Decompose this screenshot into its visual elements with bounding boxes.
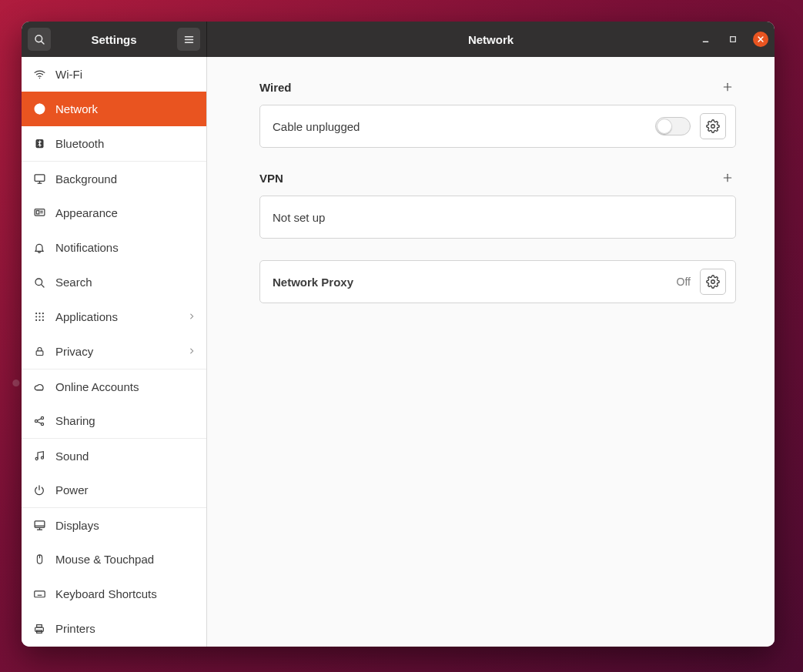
display-icon: [32, 519, 46, 532]
gear-icon: [706, 275, 720, 289]
section-header: VPN: [259, 169, 736, 186]
sidebar: Wi-Fi Network Bluetooth Background Appea: [22, 57, 207, 647]
proxy-row: Network Proxy Off: [260, 261, 735, 303]
sidebar-item-network[interactable]: Network: [22, 92, 206, 126]
cloud-icon: [32, 380, 46, 393]
sidebar-item-background[interactable]: Background: [22, 161, 206, 196]
menu-icon: [183, 34, 195, 45]
add-vpn-button[interactable]: [719, 169, 736, 186]
svg-line-37: [37, 421, 41, 423]
content: Wired Cable unplugged: [207, 57, 775, 647]
sidebar-item-label: Applications: [55, 310, 179, 323]
gear-icon: [706, 119, 720, 133]
sidebar-item-label: Privacy: [55, 345, 179, 358]
svg-point-31: [42, 319, 43, 321]
svg-rect-40: [35, 520, 45, 527]
sidebar-item-label: Sharing: [55, 414, 196, 427]
sidebar-item-printers[interactable]: Printers: [22, 611, 206, 646]
sidebar-item-appearance[interactable]: Appearance: [22, 196, 206, 230]
svg-point-34: [41, 416, 43, 419]
add-wired-button[interactable]: [719, 79, 736, 95]
sidebar-item-label: Keyboard Shortcuts: [55, 587, 196, 600]
minimize-icon: [701, 35, 710, 44]
svg-rect-54: [37, 624, 42, 627]
maximize-button[interactable]: [725, 32, 741, 47]
svg-point-9: [38, 78, 39, 79]
sidebar-item-label: Online Accounts: [55, 380, 196, 393]
titlebar-left: Settings: [22, 22, 207, 57]
close-button[interactable]: [753, 32, 768, 47]
sidebar-item-bluetooth[interactable]: Bluetooth: [22, 126, 206, 161]
svg-point-29: [35, 319, 37, 321]
vpn-status: Not set up: [273, 211, 726, 224]
svg-point-23: [35, 313, 37, 314]
svg-point-24: [38, 313, 40, 314]
svg-point-38: [35, 457, 38, 460]
sidebar-item-power[interactable]: Power: [22, 473, 206, 507]
chevron-right-icon: [188, 310, 196, 323]
vpn-row: Not set up: [260, 196, 735, 238]
sidebar-item-sharing[interactable]: Sharing: [22, 403, 206, 438]
proxy-status: Off: [677, 276, 691, 288]
svg-point-27: [38, 316, 40, 317]
sidebar-item-label: Power: [55, 483, 196, 496]
minimize-button[interactable]: [698, 32, 713, 47]
lock-icon: [32, 346, 46, 357]
sidebar-item-applications[interactable]: Applications: [22, 299, 206, 334]
sidebar-item-search[interactable]: Search: [22, 265, 206, 299]
close-icon: [757, 35, 765, 43]
sidebar-item-notifications[interactable]: Notifications: [22, 230, 206, 265]
sidebar-item-label: Displays: [55, 519, 196, 532]
grid-icon: [32, 311, 46, 323]
svg-point-39: [41, 456, 43, 459]
sidebar-title: Settings: [51, 33, 177, 46]
sidebar-item-privacy[interactable]: Privacy: [22, 334, 206, 369]
search-icon: [32, 276, 46, 289]
keyboard-icon: [32, 587, 46, 600]
window-controls: [698, 32, 768, 47]
wired-card: Cable unplugged: [259, 105, 736, 148]
maximize-icon: [729, 35, 737, 43]
svg-point-33: [35, 420, 37, 422]
svg-line-22: [42, 284, 44, 286]
printer-icon: [32, 623, 46, 635]
proxy-label: Network Proxy: [273, 276, 667, 289]
toggle-knob: [657, 119, 672, 134]
section-title: Wired: [259, 81, 292, 94]
sidebar-item-label: Notifications: [55, 241, 196, 254]
sidebar-item-keyboard[interactable]: Keyboard Shortcuts: [22, 577, 206, 611]
sidebar-item-label: Network: [55, 102, 196, 115]
wired-status: Cable unplugged: [273, 120, 646, 133]
titlebar-right: Network: [207, 22, 775, 57]
vpn-card: Not set up: [259, 196, 736, 239]
sidebar-item-online-accounts[interactable]: Online Accounts: [22, 369, 206, 403]
globe-icon: [32, 102, 46, 115]
section-header: Wired: [259, 79, 736, 95]
svg-point-25: [42, 313, 43, 314]
mouse-icon: [32, 553, 46, 566]
svg-point-61: [711, 280, 715, 284]
hamburger-menu-button[interactable]: [177, 28, 200, 51]
search-button[interactable]: [28, 28, 51, 51]
wired-settings-button[interactable]: [700, 113, 726, 139]
sidebar-item-sound[interactable]: Sound: [22, 438, 206, 473]
sidebar-item-label: Appearance: [55, 206, 196, 219]
sidebar-item-label: Sound: [55, 450, 196, 463]
svg-point-35: [41, 423, 43, 425]
sidebar-item-label: Printers: [55, 622, 196, 635]
plus-icon: [722, 82, 733, 92]
power-icon: [32, 484, 46, 496]
sidebar-item-label: Search: [55, 276, 196, 289]
appearance-icon: [32, 206, 46, 219]
sidebar-item-displays[interactable]: Displays: [22, 507, 206, 542]
svg-rect-6: [731, 37, 736, 42]
sidebar-item-mouse[interactable]: Mouse & Touchpad: [22, 542, 206, 577]
search-icon: [33, 33, 45, 45]
settings-window: Settings Network Wi-Fi: [22, 22, 775, 647]
bluetooth-icon: [32, 138, 46, 149]
sidebar-item-wifi[interactable]: Wi-Fi: [22, 57, 206, 92]
wired-row: Cable unplugged: [260, 105, 735, 147]
proxy-settings-button[interactable]: [700, 269, 726, 295]
wired-toggle[interactable]: [655, 117, 691, 135]
svg-rect-46: [34, 591, 44, 597]
